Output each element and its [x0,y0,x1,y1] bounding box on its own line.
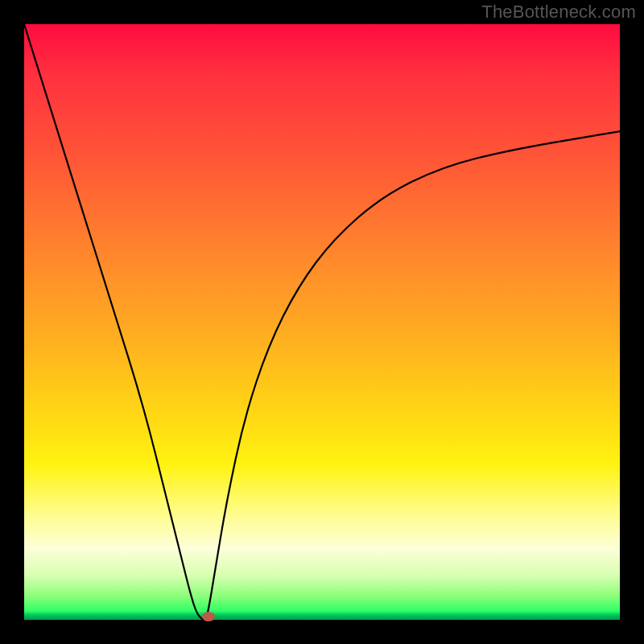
chart-frame: TheBottleneck.com [0,0,644,644]
curve-layer [24,24,620,620]
plot-area [24,24,620,620]
watermark-text: TheBottleneck.com [481,2,636,23]
optimum-marker-icon [202,612,215,621]
bottleneck-curve [24,24,620,620]
